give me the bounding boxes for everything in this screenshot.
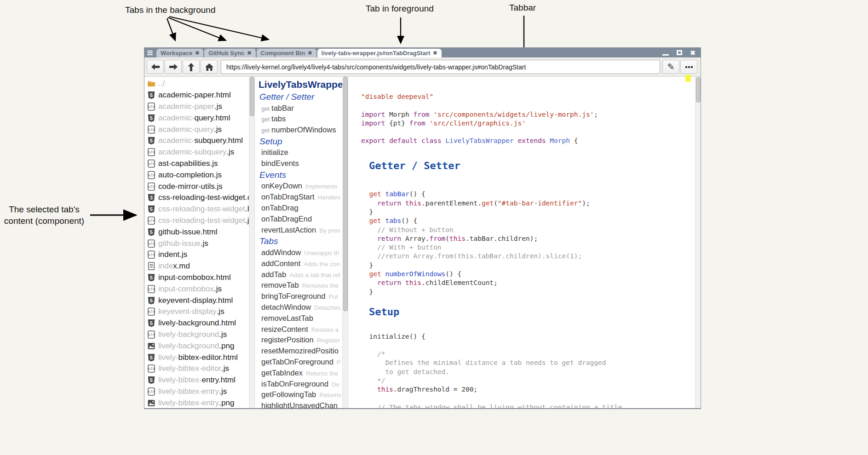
outline-section[interactable]: Getter / Setter [255,91,342,102]
outline-method[interactable]: revertLastActionBy pres [255,224,342,235]
tab-close-icon[interactable]: ✖ [247,50,251,56]
up-button[interactable] [183,60,200,74]
scrollbar-thumb[interactable] [250,77,254,116]
outline-method[interactable]: getnumberOfWindows [255,124,342,135]
outline-method[interactable]: isTabOnForegroundDe [255,378,342,389]
file-list-item[interactable]: 5academic-paper.html [144,90,249,101]
tab-background[interactable]: Workspace✖ [156,49,203,57]
file-list-item[interactable]: </>lively-bibtex-editor.js [144,363,249,375]
outline-method[interactable]: resizeContentResizes a [255,324,342,335]
file-list-item[interactable]: 5lively-background.html [144,318,249,329]
minimize-button[interactable] [662,50,669,56]
file-list-item[interactable]: </>css-reloading-test-widget.js [144,215,249,227]
outline-method[interactable]: onTabDragStartHandles [255,191,342,202]
code-panel-scrollbar[interactable] [695,77,701,408]
file-list-item[interactable]: 5lively-bibtex-editor.html [144,352,249,363]
file-list-item[interactable]: 5lively-bibtex-entry.html [144,375,249,386]
file-list-item[interactable]: </>auto-completion.js [144,169,249,181]
outline-method[interactable]: gettabs [255,113,342,124]
outline-class[interactable]: LivelyTabsWrapper [255,79,342,91]
file-list-item[interactable]: 5academic-subquery.html [144,135,249,147]
file-list-item[interactable]: 3css-reloading-test-widget.css [144,192,249,204]
file-list-item[interactable]: </>keyevent-display.js [144,306,249,318]
code-line: // With + button [361,243,695,252]
file-list-item[interactable]: 5keyevent-display.html [144,295,249,306]
outline-method[interactable]: addContentAdds the con [255,258,342,269]
file-list-item[interactable]: ../ [144,78,249,90]
code-line [361,146,695,154]
file-list-item[interactable]: </>indent.js [144,249,249,261]
outline-method[interactable]: bringToForegroundPut [255,290,342,301]
outline-method[interactable]: highlightUnsavedChan [255,400,342,408]
browser-window: Workspace✖GitHub Sync✖Component Bin✖live… [144,47,701,409]
menu-icon[interactable] [147,51,153,55]
outline-method[interactable]: onKeyDownImplements [255,180,342,191]
file-list-item[interactable]: </>lively-bibtex-entry.js [144,386,249,398]
outline-panel-scrollbar[interactable] [342,77,348,408]
outline-section[interactable]: Setup [255,135,342,147]
file-list-item[interactable]: lively-background.png [144,340,249,352]
file-list-item[interactable]: </>ast-capabilities.js [144,158,249,170]
file-list-item[interactable]: </>lively-background.js [144,329,249,341]
svg-text:</>: </> [148,173,155,177]
file-list-item[interactable]: </>input-combobox.js [144,283,249,295]
tab-background[interactable]: Component Bin✖ [257,49,316,57]
code-line [361,181,695,190]
svg-text:</>: </> [148,310,155,314]
tab-background[interactable]: GitHub Sync✖ [204,49,255,57]
file-list-item[interactable]: 5input-combobox.html [144,272,249,284]
file-list-item[interactable]: </>academic-subquery.js [144,147,249,158]
outline-panel: LivelyTabsWrapperGetter / SettergettabBa… [254,77,348,408]
file-list-item[interactable]: 5css-reloading-test-widget.html [144,204,249,215]
file-list-item[interactable]: lively-bibtex-entry.png [144,397,249,408]
outline-method[interactable]: removeLastTab [255,313,342,324]
file-list-item[interactable]: </>academic-query.js [144,124,249,135]
file-panel-scrollbar[interactable] [249,77,254,408]
outline-method[interactable]: onTabDrag [255,202,342,213]
outline-section[interactable]: Events [255,169,342,181]
outline-method[interactable]: addTabAdds a tab that ref [255,269,342,280]
outline-method[interactable]: initialize [255,147,342,158]
js-icon: </> [147,364,155,373]
file-list-item[interactable]: </>github-issue.js [144,238,249,249]
outline-method[interactable]: gettabBar [255,102,342,114]
code-line: // Without + button [361,226,695,234]
tab-close-icon[interactable]: ✖ [308,50,312,56]
outline-method[interactable]: detachWindowDetaches [255,301,342,313]
code-line [361,128,695,136]
close-window-button[interactable]: ✖ [690,50,696,56]
file-list-item[interactable]: </>code-mirror-utils.js [144,181,249,192]
outline-method[interactable]: getFollowingTabReturns [255,389,342,400]
code-line [361,101,695,110]
scrollbar-thumb[interactable] [343,77,348,311]
maximize-button[interactable] [677,50,682,55]
file-list-item[interactable]: index.md [144,261,249,272]
outline-method[interactable]: bindEvents [255,158,342,169]
code-editor-panel[interactable]: "disable deepeval" import Morph from 'sr… [348,77,701,408]
svg-text:</>: </> [148,127,155,132]
tab-close-icon[interactable]: ✖ [433,50,437,56]
file-list-item[interactable]: 5github-issue.html [144,226,249,238]
more-button[interactable] [680,60,697,74]
tab-foreground[interactable]: lively-tabs-wrapper.js#onTabDragStart✖ [317,49,442,57]
outline-section[interactable]: Tabs [255,235,342,247]
scrollbar-thumb[interactable] [696,77,701,102]
outline-method[interactable]: onTabDragEnd [255,213,342,224]
file-list-item[interactable]: 5academic-query.html [144,112,249,124]
forward-button[interactable] [165,60,182,74]
outline-method[interactable]: removeTabRemoves the [255,279,342,290]
code-line: get numberOfWindows() { [361,270,695,279]
file-list-item[interactable]: </>academic-paper.js [144,101,249,113]
code-line: import Morph from 'src/components/widget… [361,110,695,119]
svg-text:</>: </> [148,161,155,166]
outline-method[interactable]: getTabIndexReturns the [255,367,342,378]
outline-method[interactable]: getTabOnForegroundP [255,356,342,367]
outline-method[interactable]: resetMemoziredPositio [255,345,342,356]
url-input[interactable]: https://lively-kernel.org/lively4/lively… [221,60,660,74]
edit-button[interactable]: ✎ [662,60,679,74]
back-button[interactable] [147,60,164,74]
outline-method[interactable]: registerPositionRegister [255,334,342,345]
tab-close-icon[interactable]: ✖ [195,50,199,56]
outline-method[interactable]: addWindowUnwrapps th [255,247,342,258]
home-button[interactable] [201,60,218,74]
